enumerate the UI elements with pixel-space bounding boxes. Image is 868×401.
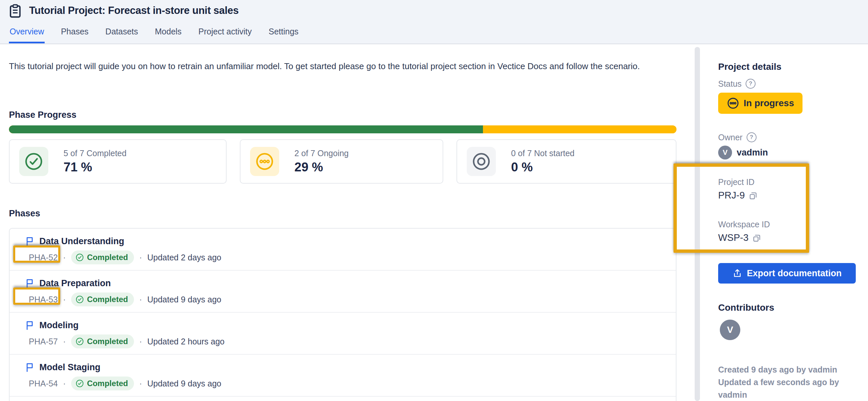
in-progress-icon xyxy=(727,97,739,110)
status-pill-completed: Completed xyxy=(71,292,134,306)
owner-label-row: Owner ? xyxy=(718,132,756,142)
phase-updated: Updated 9 days ago xyxy=(147,379,221,389)
owner-name: vadmin xyxy=(737,148,768,158)
completed-card-label: 5 of 7 Completed xyxy=(63,149,126,158)
phase-updated: Updated 2 hours ago xyxy=(147,337,225,346)
export-button-label: Export documentation xyxy=(747,268,842,279)
ongoing-card-label: 2 of 7 Ongoing xyxy=(294,149,349,158)
owner-label: Owner xyxy=(718,133,743,142)
status-pill-completed: Completed xyxy=(71,376,134,391)
dot-separator: · xyxy=(63,379,66,389)
status-pill-completed: Completed xyxy=(71,335,134,348)
ongoing-card-value: 29 % xyxy=(294,160,349,174)
tab-project-activity[interactable]: Project activity xyxy=(198,27,252,43)
status-pill-completed: Completed xyxy=(71,250,134,264)
dot-separator: · xyxy=(63,295,66,304)
dot-separator: · xyxy=(139,295,142,304)
check-circle-icon xyxy=(75,295,84,304)
ongoing-circle-icon xyxy=(250,147,279,176)
dot-separator: · xyxy=(63,253,66,263)
annotation-box-ids xyxy=(674,163,809,253)
project-details-heading: Project details xyxy=(718,62,781,72)
phase-row-model-staging[interactable]: Model Staging PHA-54 · Completed · Updat… xyxy=(9,355,676,397)
flag-icon xyxy=(25,236,35,246)
not-started-circle-icon xyxy=(467,147,496,176)
check-circle-icon xyxy=(19,147,48,176)
tab-overview[interactable]: Overview xyxy=(9,27,45,43)
tab-settings[interactable]: Settings xyxy=(268,27,299,43)
phase-name[interactable]: Data Understanding xyxy=(39,236,124,246)
progress-ongoing-segment xyxy=(483,125,677,133)
status-label-row: Status ? xyxy=(718,79,755,89)
page-title: Tutorial Project: Forecast in-store unit… xyxy=(29,5,239,17)
phase-name[interactable]: Modeling xyxy=(39,320,79,331)
tab-models[interactable]: Models xyxy=(154,27,182,43)
tab-datasets[interactable]: Datasets xyxy=(105,27,139,43)
phase-name[interactable]: Model Staging xyxy=(39,362,100,373)
phases-list: Data Understanding PHA-52 · Completed · … xyxy=(9,228,677,401)
phase-row-data-preparation[interactable]: Data Preparation PHA-53 · Completed · Up… xyxy=(9,271,676,313)
phase-row-modeling[interactable]: Modeling PHA-57 · Completed · Updated 2 … xyxy=(9,313,676,355)
phases-heading: Phases xyxy=(9,209,40,219)
help-icon[interactable]: ? xyxy=(747,132,756,142)
not-started-card-label: 0 of 7 Not started xyxy=(511,149,575,158)
phase-id: PHA-54 xyxy=(29,379,58,389)
owner-avatar: V xyxy=(718,146,732,159)
phase-row-partial xyxy=(9,397,676,401)
created-updated-note: Created 9 days ago by vadmin Updated a f… xyxy=(718,363,868,401)
flag-icon xyxy=(25,362,35,373)
not-started-card-value: 0 % xyxy=(511,160,575,174)
status-badge-label: In progress xyxy=(744,98,794,109)
annotation-box-pha-53 xyxy=(13,287,60,305)
dot-separator: · xyxy=(139,379,142,389)
phase-progress-bar xyxy=(9,125,677,133)
dot-separator: · xyxy=(63,337,66,346)
completed-card-value: 71 % xyxy=(63,160,126,174)
flag-icon xyxy=(25,278,35,288)
status-pill-label: Completed xyxy=(87,295,128,304)
annotation-box-pha-52 xyxy=(13,246,60,263)
dot-separator: · xyxy=(139,253,142,263)
phase-updated: Updated 9 days ago xyxy=(147,295,221,304)
phase-id: PHA-57 xyxy=(29,337,58,346)
updated-line: Updated a few seconds ago by vadmin xyxy=(718,376,868,401)
phase-row-data-understanding[interactable]: Data Understanding PHA-52 · Completed · … xyxy=(9,228,676,271)
status-pill-label: Completed xyxy=(87,337,128,346)
owner-row: V vadmin xyxy=(718,146,768,159)
help-icon[interactable]: ? xyxy=(746,79,755,89)
ongoing-summary-card: 2 of 7 Ongoing 29 % xyxy=(240,139,443,184)
contributor-avatar[interactable]: V xyxy=(720,319,740,340)
progress-completed-segment xyxy=(9,125,483,133)
phase-name[interactable]: Data Preparation xyxy=(39,278,111,288)
phase-progress-heading: Phase Progress xyxy=(9,110,76,120)
export-icon xyxy=(733,268,742,278)
project-overview-page: Tutorial Project: Forecast in-store unit… xyxy=(0,0,868,401)
completed-summary-card: 5 of 7 Completed 71 % xyxy=(9,139,226,184)
status-pill-label: Completed xyxy=(87,253,128,262)
clipboard-icon xyxy=(9,4,22,19)
phase-summary-cards: 5 of 7 Completed 71 % 2 of 7 Ongoing 29 … xyxy=(9,139,677,184)
contributors-heading: Contributors xyxy=(718,302,774,313)
check-circle-icon xyxy=(75,253,84,262)
status-label: Status xyxy=(718,79,742,89)
tab-phases[interactable]: Phases xyxy=(60,27,89,43)
phase-updated: Updated 2 days ago xyxy=(147,253,221,263)
dot-separator: · xyxy=(139,337,142,346)
check-circle-icon xyxy=(75,337,84,346)
project-status-badge[interactable]: In progress xyxy=(718,93,803,114)
export-documentation-button[interactable]: Export documentation xyxy=(718,263,856,283)
check-circle-icon xyxy=(75,379,84,388)
status-pill-label: Completed xyxy=(87,379,128,388)
created-line: Created 9 days ago by vadmin xyxy=(718,363,868,376)
project-description: This tutorial project will guide you on … xyxy=(9,60,640,73)
not-started-summary-card: 0 of 7 Not started 0 % xyxy=(457,139,677,184)
tab-bar: Overview Phases Datasets Models Project … xyxy=(9,27,299,43)
page-header: Tutorial Project: Forecast in-store unit… xyxy=(0,0,868,44)
flag-icon xyxy=(25,320,35,331)
